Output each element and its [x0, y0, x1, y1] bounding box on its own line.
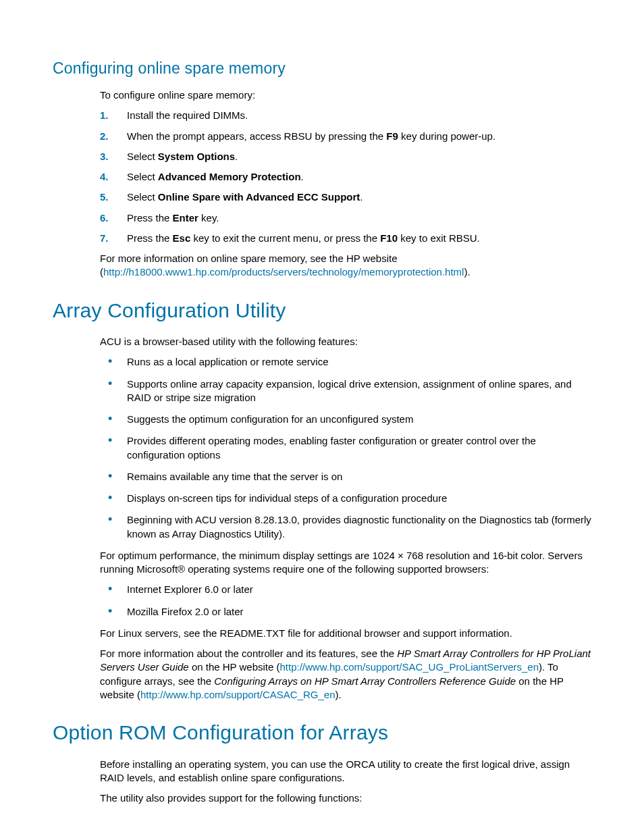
bold-option: Advanced Memory Protection	[158, 171, 301, 182]
bold-option: System Options	[158, 151, 235, 162]
step-item: 7. Press the Esc key to exit the current…	[100, 232, 591, 245]
list-item: Suggests the optimum configuration for a…	[100, 413, 591, 426]
list-item: Mozilla Firefox 2.0 or later	[100, 605, 591, 619]
step-text: Select	[127, 151, 158, 162]
link-sac-ug[interactable]: http://www.hp.com/support/SAC_UG_ProLian…	[280, 661, 539, 673]
step-text: Press the	[127, 232, 173, 244]
performance-paragraph: For optimum performance, the minimum dis…	[100, 549, 591, 577]
step-number: 6.	[100, 211, 109, 225]
bold-key: Esc	[173, 232, 191, 244]
list-item: Beginning with ACU version 8.28.13.0, pr…	[100, 513, 591, 541]
step-text: .	[301, 171, 304, 182]
heading-option-rom-configuration: Option ROM Configuration for Arrays	[53, 719, 591, 747]
bold-option: Online Spare with Advanced ECC Support	[158, 191, 360, 203]
bold-key: Enter	[173, 212, 198, 224]
step-text: .	[360, 191, 363, 203]
step-item: 3. Select System Options.	[100, 150, 591, 163]
step-item: 4. Select Advanced Memory Protection.	[100, 170, 591, 184]
step-number: 2.	[100, 130, 109, 143]
step-number: 3.	[100, 150, 109, 163]
list-item: Displays on-screen tips for individual s…	[100, 492, 591, 505]
step-text: Install the required DIMMs.	[127, 109, 248, 121]
heading-configuring-online-spare-memory: Configuring online spare memory	[53, 58, 591, 79]
step-text: Press the	[127, 212, 173, 224]
step-text: When the prompt appears, access RBSU by …	[127, 130, 386, 142]
more-info-paragraph: For more information on online spare mem…	[100, 252, 591, 280]
step-text: key to exit the current menu, or press t…	[190, 232, 380, 244]
bold-key: F9	[386, 130, 398, 142]
step-text: Select	[127, 191, 158, 203]
steps-list: 1. Install the required DIMMs. 2. When t…	[100, 109, 591, 245]
list-item: Internet Explorer 6.0 or later	[100, 583, 591, 596]
step-item: 1. Install the required DIMMs.	[100, 109, 591, 122]
step-text: Select	[127, 171, 158, 182]
heading-array-configuration-utility: Array Configuration Utility	[53, 297, 591, 325]
list-item: Remains available any time that the serv…	[100, 470, 591, 484]
text: For more information about the controlle…	[100, 648, 397, 659]
step-item: 2. When the prompt appears, access RBSU …	[100, 130, 591, 143]
browsers-list: Internet Explorer 6.0 or later Mozilla F…	[100, 583, 591, 619]
step-number: 1.	[100, 109, 109, 122]
list-item: Runs as a local application or remote se…	[100, 355, 591, 369]
linux-paragraph: For Linux servers, see the README.TXT fi…	[100, 627, 591, 640]
step-text: key.	[198, 212, 219, 224]
paragraph: Before installing an operating system, y…	[100, 758, 591, 785]
more-info-paragraph: For more information about the controlle…	[100, 647, 591, 702]
step-number: 7.	[100, 232, 109, 245]
text: ).	[336, 689, 342, 700]
paragraph: The utility also provides support for th…	[100, 791, 591, 805]
step-text: .	[235, 151, 238, 162]
step-text: key during power-up.	[398, 130, 495, 142]
bold-key: F10	[380, 232, 398, 244]
intro-paragraph: ACU is a browser-based utility with the …	[100, 335, 591, 348]
step-number: 5.	[100, 190, 109, 204]
intro-paragraph: To configure online spare memory:	[100, 88, 591, 102]
text: on the HP website (	[189, 661, 280, 673]
link-memoryprotection[interactable]: http://h18000.www1.hp.com/products/serve…	[103, 266, 464, 278]
step-text: key to exit RBSU.	[398, 232, 480, 244]
features-list: Runs as a local application or remote se…	[100, 355, 591, 541]
link-casac-rg[interactable]: http://www.hp.com/support/CASAC_RG_en	[140, 689, 335, 700]
step-item: 5. Select Online Spare with Advanced ECC…	[100, 190, 591, 204]
list-item: Provides different operating modes, enab…	[100, 434, 591, 462]
list-item: Supports online array capacity expansion…	[100, 377, 591, 405]
text: ).	[464, 266, 470, 278]
step-item: 6. Press the Enter key.	[100, 211, 591, 225]
italic-title: Configuring Arrays on HP Smart Array Con…	[214, 675, 516, 687]
step-number: 4.	[100, 170, 109, 184]
